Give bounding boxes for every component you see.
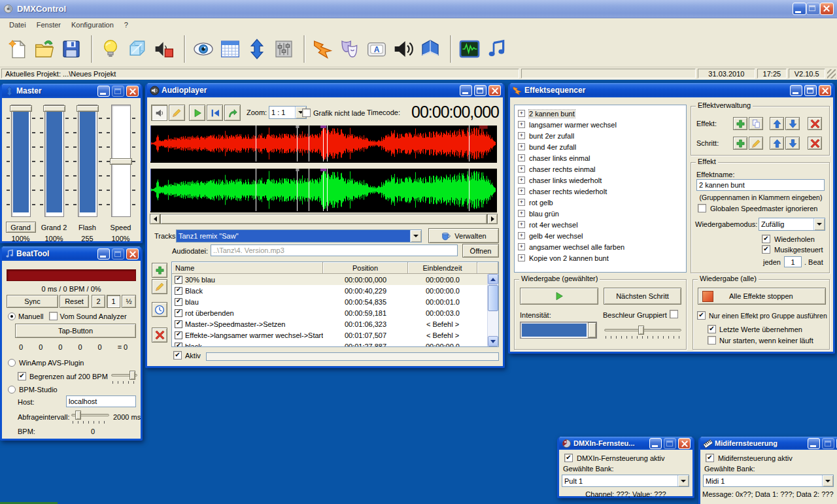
expand-icon[interactable]: + xyxy=(518,221,525,228)
audiodatei-input[interactable] xyxy=(211,244,458,256)
beat-double-button[interactable]: 2 xyxy=(92,295,105,308)
save-project-icon[interactable] xyxy=(59,36,84,62)
delete-entry-button[interactable] xyxy=(152,328,167,343)
oeffnen-button[interactable]: Öffnen xyxy=(462,244,499,258)
marker-edit-button[interactable] xyxy=(169,105,185,121)
sound-icon[interactable] xyxy=(391,36,416,62)
tree-item[interactable]: +angsamer wechsel alle farben xyxy=(515,241,686,252)
effect-copy-button[interactable] xyxy=(749,117,763,130)
beattool-maximize-button[interactable] xyxy=(112,248,124,260)
table-row[interactable]: ✔blau00:00:54,83500:00:01.0 xyxy=(172,296,488,307)
master-slider-grand[interactable]: Grand100% xyxy=(4,105,37,243)
tree-item[interactable]: +chaser links wiederholt xyxy=(515,175,686,186)
play-button[interactable] xyxy=(189,105,205,121)
dmxin-dropdown-button[interactable] xyxy=(677,475,689,486)
table-row[interactable]: ✔black00:01:27,88700:00:00.0 xyxy=(172,341,488,346)
sound-analyzer-icon[interactable] xyxy=(457,36,482,62)
expand-icon[interactable]: + xyxy=(518,176,525,184)
effect-down-button[interactable] xyxy=(785,117,800,130)
open-project-icon[interactable] xyxy=(32,36,57,62)
vscroll-up-button[interactable] xyxy=(488,274,498,284)
tree-item[interactable]: +rot 4er wechsel xyxy=(515,219,686,230)
step-up-button[interactable] xyxy=(770,137,784,150)
slider-handle[interactable] xyxy=(43,105,65,112)
wiederholen-checkbox[interactable]: ✔ xyxy=(762,235,770,243)
expand-icon[interactable]: + xyxy=(518,121,525,128)
tree-item[interactable]: +chaser rechts wiederholt xyxy=(515,186,686,197)
vscroll-thumb[interactable] xyxy=(488,285,498,311)
effect-delete-button[interactable] xyxy=(808,117,822,130)
interval-slider[interactable] xyxy=(71,411,109,424)
effektsequencer-titlebar[interactable]: Effektsequencer xyxy=(510,83,833,97)
master-minimize-button[interactable] xyxy=(97,86,110,97)
slider-handle[interactable] xyxy=(110,158,132,165)
beat-normal-button[interactable]: 1 xyxy=(107,295,120,308)
jump-button[interactable] xyxy=(224,105,241,121)
fx-close-button[interactable] xyxy=(819,85,831,96)
row-checkbox[interactable]: ✔ xyxy=(175,298,182,306)
dmxin-aktiv-checkbox[interactable]: ✔ xyxy=(564,454,573,462)
row-checkbox[interactable]: ✔ xyxy=(175,276,182,284)
expand-icon[interactable]: + xyxy=(518,243,525,250)
row-checkbox[interactable]: ✔ xyxy=(175,309,182,317)
tap-button[interactable]: Tap-Button xyxy=(15,324,136,338)
step-down-button[interactable] xyxy=(785,137,800,150)
skip-start-button[interactable] xyxy=(207,105,223,121)
verwalten-button[interactable]: Verwalten xyxy=(428,228,499,243)
audioplayer-maximize-button[interactable] xyxy=(474,85,487,96)
tree-item[interactable]: +bunt 2er zufall xyxy=(515,130,686,141)
beattool-titlebar[interactable]: BeatTool xyxy=(2,246,141,261)
master-slider-grand-2[interactable]: Grand 2100% xyxy=(37,105,71,243)
gruppiert-checkbox[interactable] xyxy=(670,310,678,318)
wiedergabemodus-select[interactable]: Zufällig xyxy=(759,218,825,231)
tracks-select[interactable]: Tanz1 remix "Saw" xyxy=(176,229,422,243)
expand-icon[interactable]: + xyxy=(518,165,525,173)
table-row[interactable]: ✔rot überbenden00:00:59,18100:00:03.0 xyxy=(172,307,488,318)
header-position[interactable]: Position xyxy=(323,262,408,274)
scenes-masks-icon[interactable] xyxy=(337,36,362,62)
expand-icon[interactable]: + xyxy=(518,154,525,161)
play-effect-button[interactable] xyxy=(520,288,598,305)
reset-button[interactable]: Reset xyxy=(60,295,89,308)
channel-grid-icon[interactable] xyxy=(218,36,243,62)
midi-titlebar[interactable]: Midifernsteuerung xyxy=(700,437,837,450)
midi-maximize-button[interactable] xyxy=(822,438,834,449)
sync-button[interactable]: Sync xyxy=(7,295,58,308)
slider-handle[interactable] xyxy=(10,105,32,112)
effect-add-button[interactable] xyxy=(733,117,747,130)
menu-konfiguration[interactable]: Konfiguration xyxy=(66,20,119,30)
intensitaet-slider[interactable] xyxy=(520,322,597,339)
table-row[interactable]: ✔Effekte->langsamer warmer wechsel->Star… xyxy=(172,329,488,341)
master-maximize-button[interactable] xyxy=(112,86,124,97)
freeze-icon[interactable] xyxy=(125,36,150,62)
effect-tree[interactable]: +2 kannen bunt+langsamer warmer wechsel+… xyxy=(514,105,687,273)
row-checkbox[interactable]: ✔ xyxy=(175,320,182,328)
scroll-right-button[interactable] xyxy=(487,214,498,224)
tree-item[interactable]: +chaser links einmal xyxy=(515,152,686,163)
master-titlebar[interactable]: Master xyxy=(2,84,141,98)
menu-help[interactable]: ? xyxy=(119,20,133,30)
step-edit-button[interactable] xyxy=(749,137,763,150)
tree-item[interactable]: +2 kannen bunt xyxy=(515,108,686,119)
new-project-icon[interactable] xyxy=(5,36,30,62)
manual-book-icon[interactable] xyxy=(418,36,443,62)
tree-item[interactable]: +gelb 4er wechsel xyxy=(515,230,686,241)
musikgesteuert-checkbox[interactable]: ✔ xyxy=(762,245,770,254)
time-entry-button[interactable] xyxy=(152,302,167,317)
effect-up-button[interactable] xyxy=(770,117,784,130)
nur-starten-checkbox[interactable] xyxy=(708,336,716,344)
row-checkbox[interactable]: ✔ xyxy=(175,343,182,347)
audioplayer-close-button[interactable] xyxy=(488,85,501,96)
table-row[interactable]: ✔30% blau00:00:00,00000:00:00.0 xyxy=(172,274,488,285)
scroll-thumb[interactable] xyxy=(160,214,487,224)
slider-track[interactable] xyxy=(44,105,64,217)
expand-icon[interactable]: + xyxy=(518,210,525,217)
waveform-scrollbar[interactable] xyxy=(150,214,498,224)
mute-toggle-button[interactable] xyxy=(151,105,167,121)
fx-minimize-button[interactable] xyxy=(790,85,802,96)
resize-grip[interactable] xyxy=(827,69,836,78)
tree-item[interactable]: +Kopie von 2 kannen bunt xyxy=(515,252,686,263)
header-name[interactable]: Name xyxy=(172,262,323,274)
mode-dropdown-button[interactable] xyxy=(813,218,825,230)
zoom-select[interactable]: 1 : 1 xyxy=(269,106,307,119)
